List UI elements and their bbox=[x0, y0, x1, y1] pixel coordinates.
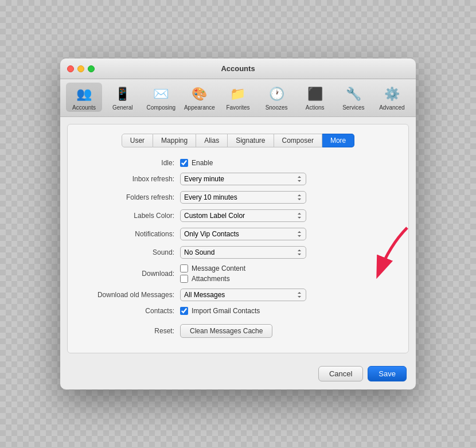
advanced-icon: ⚙️ bbox=[383, 85, 401, 103]
toolbar-item-appearance[interactable]: 🎨 Appearance bbox=[181, 83, 217, 112]
tab-more[interactable]: More bbox=[322, 134, 354, 147]
notifications-control[interactable]: Only Vip Contacts All Contacts None bbox=[180, 228, 306, 240]
labels-color-control[interactable]: Custom Label Color Gmail Label Color Def… bbox=[180, 209, 306, 222]
notifications-label: Notifications: bbox=[88, 230, 180, 238]
advanced-label: Advanced bbox=[379, 104, 404, 111]
favorites-icon: 📁 bbox=[229, 85, 247, 103]
content-area: User Mapping Alias Signature Composer Mo… bbox=[67, 124, 409, 353]
toolbar-item-accounts[interactable]: 👥 Accounts bbox=[66, 83, 102, 112]
title-bar: Accounts bbox=[60, 59, 416, 79]
window-title: Accounts bbox=[221, 64, 255, 73]
traffic-lights bbox=[67, 65, 95, 72]
composing-icon: ✉️ bbox=[152, 85, 170, 103]
attachments-text: Attachments bbox=[192, 275, 230, 283]
download-label: Download: bbox=[88, 270, 180, 278]
general-label: General bbox=[112, 104, 133, 111]
reset-control: Clean Messages Cache bbox=[180, 324, 306, 338]
attachments-checkbox[interactable] bbox=[180, 275, 188, 283]
labels-color-label: Labels Color: bbox=[88, 212, 180, 220]
toolbar-item-favorites[interactable]: 📁 Favorites bbox=[220, 83, 256, 112]
tab-composer[interactable]: Composer bbox=[274, 134, 322, 147]
toolbar-item-general[interactable]: 📱 General bbox=[104, 83, 141, 112]
download-row: Download: Message Content Attachments bbox=[88, 264, 388, 283]
tab-bar: User Mapping Alias Signature Composer Mo… bbox=[77, 134, 399, 147]
sound-control[interactable]: No Sound Default Custom bbox=[180, 246, 306, 259]
notifications-select[interactable]: Only Vip Contacts All Contacts None bbox=[180, 228, 306, 240]
attachments-label[interactable]: Attachments bbox=[180, 275, 306, 283]
contacts-checkbox-label[interactable]: Import Gmail Contacts bbox=[180, 307, 306, 315]
actions-label: Actions bbox=[306, 104, 325, 111]
idle-checkbox[interactable] bbox=[180, 159, 188, 167]
folders-refresh-label: Folders refresh: bbox=[88, 193, 180, 201]
contacts-checkbox-text: Import Gmail Contacts bbox=[192, 307, 260, 315]
form: Idle: Enable Inbox refresh: Every minute… bbox=[77, 159, 399, 338]
composing-label: Composing bbox=[146, 104, 175, 111]
clean-messages-cache-button[interactable]: Clean Messages Cache bbox=[180, 324, 272, 338]
cancel-button[interactable]: Cancel bbox=[318, 366, 363, 381]
folders-refresh-row: Folders refresh: Every minute Every 10 m… bbox=[88, 191, 388, 204]
tab-mapping[interactable]: Mapping bbox=[153, 134, 196, 147]
services-icon: 🔧 bbox=[344, 85, 362, 103]
actions-icon: ⬛ bbox=[306, 85, 324, 103]
idle-label: Idle: bbox=[88, 159, 180, 167]
toolbar-item-composing[interactable]: ✉️ Composing bbox=[143, 83, 179, 112]
reset-label: Reset: bbox=[88, 327, 180, 335]
download-old-messages-row: Download old Messages: All Messages Last… bbox=[88, 289, 388, 301]
idle-control: Enable bbox=[180, 159, 306, 167]
contacts-row: Contacts: Import Gmail Contacts bbox=[88, 307, 388, 315]
download-control: Message Content Attachments bbox=[180, 264, 306, 283]
bottom-bar: Cancel Save bbox=[60, 360, 416, 389]
contacts-checkbox[interactable] bbox=[180, 307, 188, 315]
appearance-label: Appearance bbox=[184, 104, 215, 111]
tab-user[interactable]: User bbox=[122, 134, 153, 147]
tab-alias[interactable]: Alias bbox=[196, 134, 228, 147]
inbox-refresh-row: Inbox refresh: Every minute Every 5 minu… bbox=[88, 173, 388, 185]
accounts-label: Accounts bbox=[72, 104, 96, 111]
sound-label: Sound: bbox=[88, 248, 180, 256]
favorites-label: Favorites bbox=[226, 104, 249, 111]
close-button[interactable] bbox=[67, 65, 74, 72]
toolbar-item-actions[interactable]: ⬛ Actions bbox=[297, 83, 333, 112]
folders-refresh-select[interactable]: Every minute Every 10 minutes Every 30 m… bbox=[180, 191, 306, 204]
sound-select[interactable]: No Sound Default Custom bbox=[180, 246, 306, 259]
general-icon: 📱 bbox=[114, 85, 132, 103]
services-label: Services bbox=[342, 104, 364, 111]
toolbar: 👥 Accounts 📱 General ✉️ Composing 🎨 Appe… bbox=[60, 79, 416, 117]
contacts-label: Contacts: bbox=[88, 307, 180, 315]
snoozes-icon: 🕐 bbox=[267, 85, 286, 103]
inbox-refresh-control[interactable]: Every minute Every 5 minutes Every 10 mi… bbox=[180, 173, 306, 185]
download-old-messages-control[interactable]: All Messages Last Week Last Month Last 3… bbox=[180, 289, 306, 301]
download-old-messages-label: Download old Messages: bbox=[88, 291, 180, 299]
labels-color-select[interactable]: Custom Label Color Gmail Label Color Def… bbox=[180, 209, 306, 222]
notifications-row: Notifications: Only Vip Contacts All Con… bbox=[88, 228, 388, 240]
contacts-control: Import Gmail Contacts bbox=[180, 307, 306, 315]
sound-row: Sound: No Sound Default Custom bbox=[88, 246, 388, 259]
toolbar-item-snoozes[interactable]: 🕐 Snoozes bbox=[259, 83, 295, 112]
download-old-messages-select[interactable]: All Messages Last Week Last Month Last 3… bbox=[180, 289, 306, 301]
toolbar-item-advanced[interactable]: ⚙️ Advanced bbox=[374, 83, 410, 112]
inbox-refresh-label: Inbox refresh: bbox=[88, 175, 180, 183]
message-content-checkbox[interactable] bbox=[180, 264, 188, 272]
appearance-icon: 🎨 bbox=[190, 85, 209, 103]
toolbar-item-services[interactable]: 🔧 Services bbox=[335, 83, 372, 112]
accounts-icon: 👥 bbox=[75, 85, 93, 103]
message-content-text: Message Content bbox=[192, 264, 245, 272]
folders-refresh-control[interactable]: Every minute Every 10 minutes Every 30 m… bbox=[180, 191, 306, 204]
snoozes-label: Snoozes bbox=[266, 104, 288, 111]
minimize-button[interactable] bbox=[77, 65, 84, 72]
idle-checkbox-text: Enable bbox=[192, 159, 213, 167]
idle-checkbox-label[interactable]: Enable bbox=[180, 159, 306, 167]
maximize-button[interactable] bbox=[88, 65, 95, 72]
idle-row: Idle: Enable bbox=[88, 159, 388, 167]
reset-row: Reset: Clean Messages Cache bbox=[88, 324, 388, 338]
message-content-label[interactable]: Message Content bbox=[180, 264, 306, 272]
main-window: Accounts 👥 Accounts 📱 General ✉️ Composi… bbox=[60, 59, 416, 389]
inbox-refresh-select[interactable]: Every minute Every 5 minutes Every 10 mi… bbox=[180, 173, 306, 185]
tab-signature[interactable]: Signature bbox=[228, 134, 274, 147]
save-button[interactable]: Save bbox=[368, 366, 407, 381]
labels-color-row: Labels Color: Custom Label Color Gmail L… bbox=[88, 209, 388, 222]
